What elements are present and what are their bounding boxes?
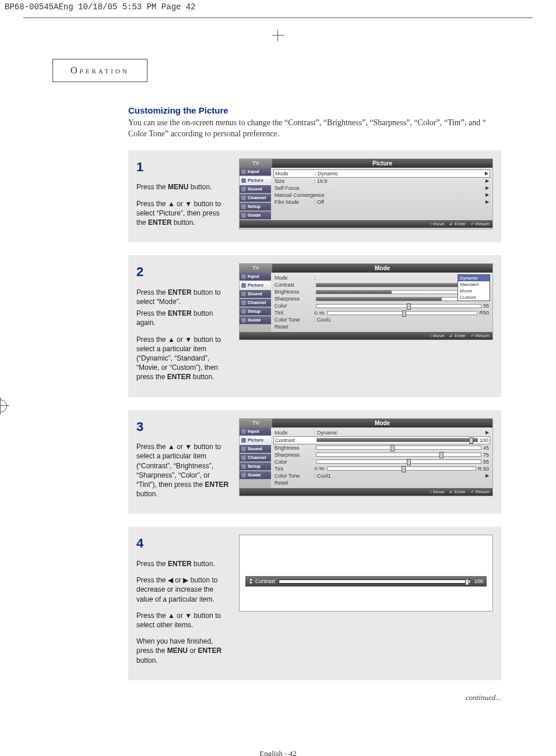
sidebar-item-sound[interactable]: Sound bbox=[240, 185, 271, 193]
sidebar-item-guide[interactable]: Guide bbox=[240, 211, 271, 220]
menu-row-convergence[interactable]: Manual Convergence▶ bbox=[273, 192, 490, 199]
menu-row-tint[interactable]: TintG 50R50 bbox=[273, 309, 490, 316]
sidebar-item-setup[interactable]: Setup bbox=[240, 203, 271, 211]
menu-row-mode[interactable]: Mode: Dynamic▶ bbox=[273, 169, 490, 178]
sidebar-item-setup[interactable]: Setup bbox=[240, 462, 271, 471]
osd-title: Picture bbox=[272, 159, 492, 168]
step-2-number: 2 bbox=[136, 263, 230, 281]
menu-row-color-tone[interactable]: Color Tone: Cool1 bbox=[273, 316, 490, 323]
page-footer: English - 42 bbox=[35, 749, 521, 756]
menu-row-tint[interactable]: TintG 50R 50 bbox=[273, 465, 490, 472]
page-subtitle: Customizing the Picture bbox=[128, 105, 501, 115]
osd-panel-3: TV Mode Input Picture Sound Channel Setu… bbox=[239, 418, 493, 496]
menu-row-reset[interactable]: Reset bbox=[273, 479, 490, 486]
menu-row-film-mode[interactable]: Film Mode: Off▶ bbox=[273, 199, 490, 206]
sidebar-item-picture[interactable]: Picture bbox=[240, 281, 271, 289]
osd-sidebar: Input Picture Sound Channel Setup Guide bbox=[240, 168, 271, 220]
sidebar-item-input[interactable]: Input bbox=[240, 273, 271, 281]
dropdown-custom[interactable]: Custom bbox=[458, 294, 490, 301]
doc-header-line: BP68-00545AEng 10/18/05 5:53 PM Page 42 bbox=[0, 0, 556, 14]
dropdown-standard[interactable]: Standard bbox=[458, 281, 490, 288]
intro-text: You can use the on-screen menus to chang… bbox=[128, 118, 501, 140]
sidebar-item-channel[interactable]: Channel bbox=[240, 194, 271, 202]
menu-row-color-tone[interactable]: Color Tone: Cool1▶ bbox=[273, 472, 490, 479]
menu-row-brightness[interactable]: Brightness45 bbox=[273, 444, 490, 451]
sidebar-item-sound[interactable]: Sound bbox=[240, 445, 271, 453]
sidebar-item-input[interactable]: Input bbox=[240, 428, 271, 436]
menu-row-contrast[interactable]: Contrast100 bbox=[273, 436, 490, 444]
sidebar-item-input[interactable]: Input bbox=[240, 168, 271, 176]
osd-panel-4: ▲▼ Contrast 100 bbox=[239, 535, 493, 612]
sidebar-item-sound[interactable]: Sound bbox=[240, 290, 271, 298]
adjust-value: 100 bbox=[474, 578, 483, 584]
sidebar-item-channel[interactable]: Channel bbox=[240, 454, 271, 462]
menu-row-self-focus[interactable]: Self Focus▶ bbox=[273, 185, 490, 192]
step-3-number: 3 bbox=[136, 418, 230, 436]
adjust-slider[interactable] bbox=[279, 580, 471, 584]
dropdown-movie[interactable]: Movie bbox=[458, 288, 490, 294]
sidebar-item-picture[interactable]: Picture bbox=[240, 176, 271, 185]
adjust-bar[interactable]: ▲▼ Contrast 100 bbox=[245, 576, 487, 587]
printer-reg-left bbox=[0, 400, 12, 417]
mode-dropdown[interactable]: Dynamic Standard Movie Custom bbox=[458, 274, 490, 301]
sidebar-item-guide[interactable]: Guide bbox=[240, 316, 271, 324]
continued-text: continued... bbox=[128, 693, 501, 702]
page: Operation Customizing the Picture You ca… bbox=[0, 18, 556, 756]
menu-row-sharpness[interactable]: Sharpness75 bbox=[273, 451, 490, 458]
menu-row-color[interactable]: Color55 bbox=[273, 458, 490, 465]
osd-panel-1: TV Picture Input Picture Sound Channel S… bbox=[239, 158, 493, 229]
sidebar-item-guide[interactable]: Guide bbox=[240, 471, 271, 479]
menu-row-mode[interactable]: Mode: Dynamic▶ bbox=[273, 429, 490, 436]
osd-footer: ↕ Move↲ Enter⤶ Return bbox=[240, 220, 492, 228]
osd-tv-label: TV bbox=[240, 159, 272, 168]
section-title: Operation bbox=[71, 65, 129, 75]
sidebar-item-setup[interactable]: Setup bbox=[240, 308, 271, 316]
sidebar-item-picture[interactable]: Picture bbox=[240, 436, 271, 444]
step-3: 3 Press the ▲ or ▼ button to select a pa… bbox=[128, 410, 501, 514]
sidebar-item-channel[interactable]: Channel bbox=[240, 299, 271, 307]
menu-row-size[interactable]: Size: 16:9▶ bbox=[273, 178, 490, 185]
step-4: 4 Press the ENTER button. Press the ◀ or… bbox=[128, 527, 501, 680]
step-1-number: 1 bbox=[136, 158, 230, 176]
section-title-box: Operation bbox=[52, 59, 147, 82]
printer-crop-top bbox=[272, 30, 284, 41]
dropdown-dynamic[interactable]: Dynamic bbox=[458, 275, 490, 281]
adjust-label: Contrast bbox=[255, 578, 275, 584]
osd-panel-2: TV Mode Input Picture Sound Channel Setu… bbox=[239, 263, 493, 340]
step-1: 1 Press the MENU button. Press the ▲ or … bbox=[128, 150, 501, 242]
step-2: 2 Press the ENTER button to select “Mode… bbox=[128, 255, 501, 397]
menu-row-reset[interactable]: Reset bbox=[273, 323, 490, 330]
up-down-arrows-icon: ▲▼ bbox=[249, 578, 253, 585]
step-4-number: 4 bbox=[136, 535, 230, 552]
menu-row-color[interactable]: Color55 bbox=[273, 302, 490, 309]
